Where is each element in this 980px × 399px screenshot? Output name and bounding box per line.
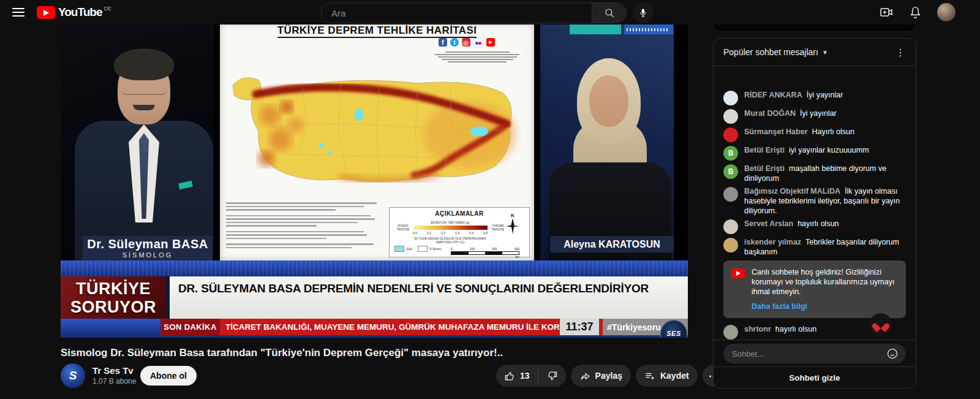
clock: 11:37 <box>560 319 599 335</box>
chat-avatar[interactable] <box>723 187 738 202</box>
search-button[interactable] <box>592 3 626 23</box>
chat-username[interactable]: Bağımsız Objektif MALiDA <box>744 187 840 196</box>
chat-avatar[interactable]: B <box>723 146 738 161</box>
chat-avatar[interactable] <box>723 219 738 234</box>
chat-username[interactable]: iskender yılmaz <box>744 238 801 246</box>
lake-swatch: Göl <box>394 246 412 252</box>
chat-welcome-notice: Canlı sohbete hoş geldiniz! Gizliliğiniz… <box>723 260 906 318</box>
chat-header: Popüler sohbet mesajları ▼ ⋮ <box>714 39 916 66</box>
chat-text: hayırlı olsun <box>797 219 839 228</box>
search-input[interactable] <box>322 3 592 23</box>
chat-avatar[interactable]: B <box>723 164 738 179</box>
chat-message: Sürmanşet HaberHayırlı olsun <box>723 127 906 142</box>
like-button[interactable]: 13 <box>496 365 538 387</box>
chat-input-row <box>714 340 916 367</box>
save-button[interactable]: Kaydet <box>636 365 698 387</box>
flickr-icon <box>473 38 483 48</box>
share-button[interactable]: Paylaş <box>571 365 631 387</box>
map-title: TÜRKİYE DEPREM TEHLİKE HARİTASI <box>277 25 477 38</box>
hazard-gradient-bar <box>413 226 488 230</box>
hamburger-menu-icon[interactable] <box>12 8 24 17</box>
chat-text: iyi yayınlar kuzuuuumm <box>789 146 869 154</box>
map-document: TÜRKİYE DEPREM TEHLİKE HARİTASI f t ◎ <box>220 23 534 260</box>
speaker-left-pane <box>61 23 214 260</box>
chat-avatar[interactable] <box>723 91 738 105</box>
speaker-right-pane <box>540 23 674 260</box>
turkey-hazard-map <box>225 48 521 202</box>
subscribe-button[interactable]: Abone ol <box>140 366 197 386</box>
channel-row: S Tr Ses Tv 1,07 B abone Abone ol 13 <box>61 363 688 389</box>
hide-chat-button[interactable]: Sohbeti gizle <box>714 367 916 388</box>
chat-username[interactable]: Murat DOĞAN <box>744 109 796 118</box>
chat-avatar[interactable] <box>723 109 738 124</box>
compass-rose: K <box>505 213 521 237</box>
notice-more-info-link[interactable]: Daha fazla bilgi <box>752 302 807 311</box>
chat-username[interactable]: Betül Erişti <box>744 146 785 154</box>
legend-note: 50 YILDA AŞILMA OLASILIĞI %10 (TEKRARLAN… <box>407 237 494 244</box>
video-player[interactable]: TÜRKİYE DEPREM TEHLİKE HARİTASI f t ◎ <box>61 23 688 338</box>
chat-message: Servet Arslanhayırlı olsun <box>723 219 906 234</box>
chat-message: Bağımsız Objektif MALiDAİlk yayın olması… <box>723 186 906 216</box>
notifications-button[interactable] <box>908 6 922 20</box>
chat-menu-icon[interactable]: ⋮ <box>895 47 906 58</box>
youtube-play-icon <box>731 268 745 278</box>
pane-divider <box>534 23 540 260</box>
breaking-label: SON DAKİKA <box>160 319 220 335</box>
pane-divider <box>214 23 220 260</box>
thumbs-up-icon <box>504 370 516 382</box>
chat-message: iskender yılmazTebrikler başarılar diliy… <box>723 237 906 257</box>
youtube-icon <box>486 38 495 47</box>
speaker-left-nametag: Dr. Süleyman BASA SİSMOLOG <box>83 236 213 263</box>
share-icon <box>579 370 591 382</box>
chevron-down-icon: ▼ <box>822 49 828 56</box>
chat-text: hayırlı olsun <box>775 325 816 333</box>
mic-button[interactable] <box>633 2 654 23</box>
program-title-box: TÜRKİYE SORUYOR <box>61 276 166 319</box>
account-avatar[interactable] <box>937 3 956 21</box>
chat-username[interactable]: Sürmanşet Haber <box>744 127 808 136</box>
chat-filter-dropdown[interactable]: Popüler sohbet mesajları ▼ <box>723 47 828 57</box>
youtube-play-icon <box>37 6 55 19</box>
broadcast-tag-blue <box>624 25 673 34</box>
channel-avatar[interactable]: S <box>61 363 85 388</box>
social-icons-row: f t ◎ <box>439 38 495 48</box>
chat-username[interactable]: RİDEF ANKARA <box>744 91 802 99</box>
broadcast-tag-teal <box>570 25 621 34</box>
live-chat-panel: Popüler sohbet mesajları ▼ ⋮ RİDEF ANKAR… <box>713 38 916 389</box>
chat-avatar[interactable] <box>723 325 738 340</box>
chat-avatar[interactable] <box>723 127 738 142</box>
video-actions: 13 Paylaş Kaydet <box>496 365 725 387</box>
chat-username[interactable]: Servet Arslan <box>744 219 793 228</box>
thumbs-down-icon <box>546 370 558 382</box>
chat-avatar[interactable] <box>723 238 738 253</box>
chat-input[interactable] <box>731 349 886 359</box>
emoji-icon[interactable] <box>886 348 899 360</box>
channel-name[interactable]: Tr Ses Tv <box>92 365 134 376</box>
playlist-add-icon <box>644 370 656 382</box>
chat-username[interactable]: Betül Erişti <box>744 164 785 173</box>
video-title: Sismolog Dr. Süleyman Basa tarafından "T… <box>61 347 688 359</box>
bell-icon <box>908 6 922 20</box>
subscriber-count: 1,07 B abone <box>92 377 136 386</box>
youtube-logo[interactable]: YouTube DE <box>37 6 111 19</box>
dislike-button[interactable] <box>538 365 566 387</box>
region-badge: DE <box>104 6 111 12</box>
map-legend: AÇIKLAMALAR EN BÜYÜK YER İVMESİ (g) DÜŞÜ… <box>389 207 530 257</box>
speaker-right-figure <box>552 46 663 260</box>
create-button[interactable] <box>879 5 894 20</box>
chat-text: İyi yayınlar <box>807 91 843 99</box>
create-video-icon <box>879 5 894 20</box>
mic-icon <box>638 8 648 18</box>
legend-low-label: DÜŞÜK TEHLİKE <box>394 224 412 231</box>
youtube-logo-text: YouTube <box>58 6 102 19</box>
news-ticker: SON DAKİKA TİCARET BAKANLIĞI, MUAYENE ME… <box>160 319 688 335</box>
chat-text: Hayırlı olsun <box>812 127 854 136</box>
lower-third-blue-bar <box>61 260 688 276</box>
chat-message: BBetül Eriştiiyi yayınlar kuzuuuumm <box>723 145 906 161</box>
search-icon <box>604 7 615 18</box>
map-fine-print <box>226 202 383 253</box>
chat-message-list[interactable]: RİDEF ANKARAİyi yayınlarMurat DOĞANİyi y… <box>714 66 916 340</box>
border-swatch: İl Sınırı <box>418 246 441 252</box>
chat-username[interactable]: shrtonr <box>744 325 771 333</box>
map-scalebar: 0100200400 km <box>451 247 519 259</box>
